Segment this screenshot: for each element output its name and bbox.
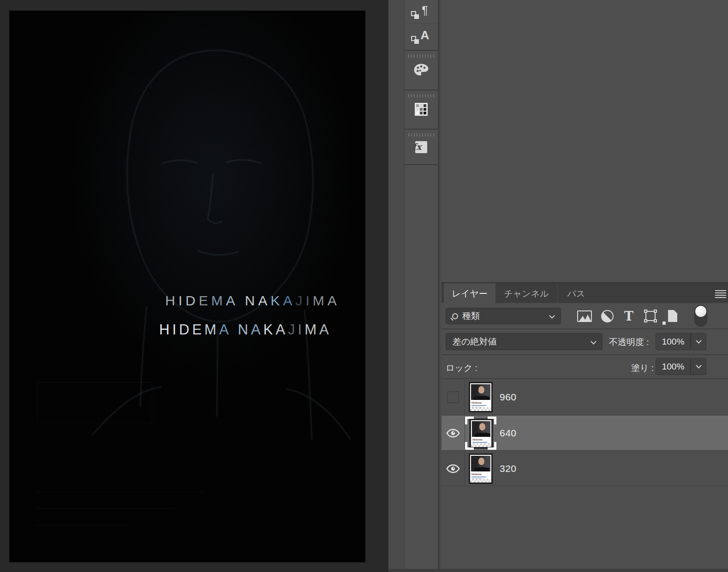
faint-face-outline <box>9 11 365 562</box>
document-canvas[interactable]: HIDEMA NAKAJIMA HIDEMA NAKAJIMA <box>9 11 365 562</box>
dock-bottom-edge <box>388 569 728 572</box>
layer-thumbnail[interactable]: Hidema <box>469 418 493 449</box>
chevron-down-icon <box>696 338 702 344</box>
panel-gripper[interactable] <box>408 54 434 58</box>
visibility-toggle-640[interactable] <box>442 416 465 450</box>
layer-name: 960 <box>500 380 517 415</box>
visibility-toggle-960[interactable] <box>442 380 465 415</box>
thumbnail-portrait <box>471 456 490 471</box>
collapsed-panels-strip: ¶ A fx <box>404 0 440 572</box>
layer-name: 640 <box>500 416 517 450</box>
chevron-down-icon <box>591 339 597 345</box>
visibility-toggle-320[interactable] <box>442 451 465 486</box>
search-icon <box>452 313 458 319</box>
blend-mode-select[interactable]: 差の絶対値 <box>446 333 603 350</box>
layer-filtering-toggle[interactable] <box>694 305 707 327</box>
fill-value-field[interactable]: 100% <box>656 358 691 375</box>
swatches-grid-glyph <box>415 103 428 116</box>
paragraph-styles-icon[interactable]: ¶ <box>405 0 438 24</box>
filter-pixel-layers-icon[interactable] <box>576 307 593 325</box>
filter-smart-objects-icon[interactable] <box>664 307 681 325</box>
thumbnail-portrait <box>471 384 490 400</box>
palette-glyph <box>413 63 429 76</box>
divider <box>442 378 728 379</box>
character-styles-square-fill <box>414 39 419 44</box>
blend-options-row: 差の絶対値 不透明度 : 100% <box>442 328 728 354</box>
lock-options-row: ロック : 塗り : 100% <box>442 354 728 379</box>
layer-row-320[interactable]: Hidema 320 <box>442 451 728 486</box>
fill-label: 塗り : <box>631 362 654 374</box>
panel-gripper[interactable] <box>408 133 434 137</box>
panel-gripper[interactable] <box>408 94 434 97</box>
eye-icon <box>446 429 460 438</box>
panel-tab-bar: レイヤー チャンネル パス <box>442 282 728 303</box>
filter-shape-layers-icon[interactable] <box>642 307 659 325</box>
swatches-panel-icon[interactable] <box>405 89 438 128</box>
layer-row-640[interactable]: Hidema 640 <box>442 416 728 451</box>
canvas-pasteboard[interactable]: HIDEMA NAKAJIMA HIDEMA NAKAJIMA <box>0 0 388 572</box>
chevron-down-icon <box>549 313 555 319</box>
layers-panel: レイヤー チャンネル パス 種類 T 差の絶対値 <box>442 0 728 572</box>
panel-dock: ¶ A fx <box>388 0 728 572</box>
chevron-down-icon <box>696 363 702 369</box>
opacity-dropdown-button[interactable] <box>691 333 706 350</box>
character-styles-icon[interactable]: A <box>405 24 438 50</box>
transparency-checker <box>470 479 491 483</box>
transparency-checker <box>471 443 491 447</box>
layer-thumbnail[interactable]: Hidema <box>469 453 493 484</box>
thumbnail-portrait <box>472 421 490 437</box>
tab-channels[interactable]: チャンネル <box>495 283 558 304</box>
styles-panel-icon[interactable]: fx <box>405 129 438 165</box>
faint-artifact-line <box>37 491 203 492</box>
layer-row-960[interactable]: Hidema 960 <box>442 380 728 415</box>
thumbnail-caption: Hidema <box>471 473 482 476</box>
faint-artifact-box <box>37 382 152 423</box>
transparency-checker <box>470 407 491 411</box>
eye-icon <box>446 464 460 473</box>
tab-paths[interactable]: パス <box>558 283 595 304</box>
canvas-text-line-1: HIDEMA NAKAJIMA <box>165 293 340 309</box>
opacity-label: 不透明度 : <box>609 336 649 348</box>
fill-dropdown-button[interactable] <box>691 358 706 375</box>
blend-mode-value: 差の絶対値 <box>453 336 496 348</box>
kind-select-label: 種類 <box>462 310 480 322</box>
character-glyph: A <box>421 28 430 42</box>
thumbnail-caption: Hidema <box>472 438 483 441</box>
thumbnail-caption: Hidema <box>471 401 482 404</box>
fx-glyph: fx <box>415 141 427 153</box>
canvas-text-line-2: HIDEMA NAKAJIMA <box>159 322 332 338</box>
filter-adjustment-layers-icon[interactable] <box>598 307 616 325</box>
layer-filter-kind-select[interactable]: 種類 <box>446 308 561 324</box>
faint-artifact-line <box>37 524 129 525</box>
paragraph-glyph: ¶ <box>422 4 428 17</box>
filter-type-layers-icon[interactable]: T <box>620 307 638 325</box>
tab-layers[interactable]: レイヤー <box>444 283 495 304</box>
panel-menu-icon[interactable] <box>715 290 726 298</box>
layer-name: 320 <box>500 451 517 486</box>
layer-thumbnail[interactable]: Hidema <box>469 382 493 412</box>
paragraph-styles-square-fill <box>414 14 419 19</box>
faint-artifact-line <box>37 508 175 509</box>
opacity-value-field[interactable]: 100% <box>656 333 691 350</box>
lock-label: ロック : <box>446 362 477 374</box>
toggle-knob <box>695 306 706 317</box>
hidden-eye-checkbox <box>447 391 459 403</box>
color-panel-icon[interactable] <box>405 50 438 89</box>
